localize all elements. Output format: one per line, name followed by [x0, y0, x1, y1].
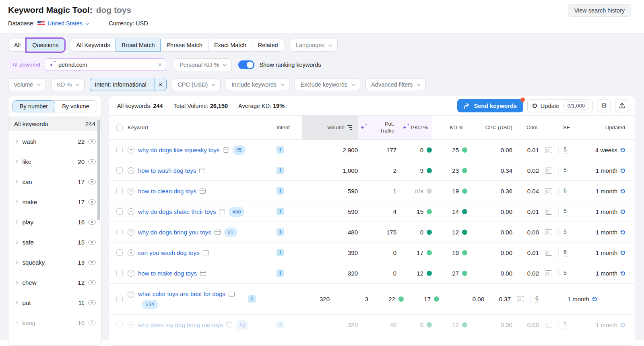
- serp-preview-icon[interactable]: [545, 188, 552, 194]
- pkd-column-header[interactable]: PKD %: [396, 116, 432, 139]
- serp-features-count[interactable]: 5: [564, 146, 567, 154]
- keyword-link[interactable]: can you wash dog toys: [138, 249, 200, 256]
- add-keyword-icon[interactable]: [128, 208, 134, 215]
- serp-window-icon[interactable]: [200, 189, 206, 194]
- keyword-link[interactable]: why do dogs shake their toys: [138, 208, 216, 215]
- volume-column-header[interactable]: Volume: [302, 116, 358, 139]
- refresh-icon[interactable]: [620, 321, 626, 328]
- ranking-badge[interactable]: #50: [229, 207, 244, 217]
- all-keywords-group[interactable]: All keywords 244: [8, 116, 101, 131]
- intent-badge[interactable]: I: [277, 187, 284, 195]
- refresh-icon[interactable]: [592, 296, 598, 302]
- refresh-icon[interactable]: [620, 188, 626, 194]
- eye-icon[interactable]: [88, 220, 96, 225]
- advanced-filters[interactable]: Advanced filters: [365, 78, 425, 91]
- clear-input-icon[interactable]: ×: [158, 62, 162, 68]
- tab-related[interactable]: Related: [252, 39, 284, 52]
- intent-badge[interactable]: I: [248, 295, 256, 302]
- group-item[interactable]: wash22: [8, 131, 101, 151]
- eye-icon[interactable]: [88, 139, 96, 144]
- keyword-link[interactable]: what color toys are best for dogs: [138, 290, 225, 297]
- eye-icon[interactable]: [88, 280, 96, 285]
- keyword-link[interactable]: how to clean dog toys: [138, 188, 196, 195]
- by-number-button[interactable]: By number: [13, 101, 55, 112]
- serp-window-icon[interactable]: [215, 230, 221, 235]
- update-button[interactable]: Update 0/1,000: [527, 99, 593, 112]
- keyword-link[interactable]: why do dogs bring you toys: [138, 229, 211, 236]
- show-ranking-keywords-toggle[interactable]: [238, 60, 254, 69]
- tab-phrase-match[interactable]: Phrase Match: [161, 39, 208, 52]
- tab-all-keywords[interactable]: All Keywords: [70, 39, 116, 52]
- serp-preview-icon[interactable]: [517, 296, 524, 302]
- languages-dropdown[interactable]: Languages: [290, 39, 338, 52]
- serp-window-icon[interactable]: [200, 271, 206, 276]
- cpc-column-header[interactable]: CPC (USD): [467, 116, 512, 139]
- database-select[interactable]: United States: [47, 20, 83, 27]
- tab-exact-match[interactable]: Exact Match: [208, 39, 252, 52]
- personal-kd-dropdown[interactable]: Personal KD %: [174, 58, 232, 71]
- row-checkbox[interactable]: [116, 296, 123, 302]
- serp-preview-icon[interactable]: [545, 168, 552, 174]
- row-checkbox[interactable]: [116, 208, 123, 215]
- group-item[interactable]: put11: [8, 292, 101, 313]
- serp-features-count[interactable]: 5: [564, 321, 567, 329]
- eye-icon[interactable]: [88, 320, 96, 325]
- ranking-badge[interactable]: #2: [236, 320, 249, 330]
- ranking-badge[interactable]: #1: [224, 228, 237, 237]
- send-keywords-button[interactable]: Send keywords: [457, 99, 523, 112]
- serp-window-icon[interactable]: [219, 209, 225, 214]
- intent-badge[interactable]: I: [277, 321, 284, 328]
- row-checkbox[interactable]: [116, 249, 123, 256]
- serp-window-icon[interactable]: [226, 322, 232, 327]
- add-keyword-icon[interactable]: [128, 229, 134, 236]
- com-column-header[interactable]: Com.: [512, 116, 539, 139]
- cpc-filter[interactable]: CPC (USD): [172, 78, 221, 91]
- select-all-checkbox[interactable]: [116, 124, 123, 131]
- group-item[interactable]: make17: [8, 192, 101, 212]
- serp-window-icon[interactable]: [223, 147, 229, 153]
- group-item[interactable]: can17: [8, 172, 101, 192]
- eye-icon[interactable]: [88, 260, 96, 265]
- tab-broad-match[interactable]: Broad Match: [116, 39, 161, 52]
- group-item[interactable]: play16: [8, 212, 101, 232]
- export-button[interactable]: [615, 99, 629, 112]
- serp-window-icon[interactable]: [229, 292, 235, 297]
- row-checkbox[interactable]: [116, 167, 123, 174]
- kd-filter[interactable]: KD %: [51, 78, 85, 91]
- eye-icon[interactable]: [88, 199, 96, 205]
- chevron-down-icon[interactable]: [86, 21, 90, 25]
- serp-window-icon[interactable]: [199, 168, 205, 173]
- row-checkbox[interactable]: [116, 321, 123, 328]
- domain-input-box[interactable]: ×: [45, 58, 166, 71]
- tab-questions[interactable]: Questions: [27, 39, 64, 52]
- add-keyword-icon[interactable]: [128, 188, 134, 195]
- intent-badge[interactable]: I: [277, 249, 284, 256]
- group-item[interactable]: kong10: [8, 313, 101, 333]
- add-keyword-icon[interactable]: [128, 321, 134, 328]
- remove-intent-filter-icon[interactable]: ×: [155, 78, 167, 91]
- serp-preview-icon[interactable]: [545, 250, 552, 256]
- exclude-keywords-filter[interactable]: Exclude keywords: [295, 78, 360, 91]
- keyword-link[interactable]: how to make dog toys: [138, 270, 197, 277]
- serp-preview-icon[interactable]: [545, 322, 552, 328]
- keyword-column-header[interactable]: Keyword: [128, 116, 277, 139]
- view-search-history-button[interactable]: View search history: [568, 4, 631, 17]
- intent-badge[interactable]: I: [277, 146, 284, 153]
- refresh-icon[interactable]: [620, 229, 626, 235]
- refresh-icon[interactable]: [620, 270, 626, 276]
- serp-window-icon[interactable]: [203, 250, 209, 255]
- serp-preview-icon[interactable]: [545, 147, 552, 153]
- add-keyword-icon[interactable]: [128, 147, 134, 153]
- keyword-link[interactable]: why does my dog bring me toys: [138, 321, 223, 328]
- eye-icon[interactable]: [88, 159, 96, 164]
- add-keyword-icon[interactable]: [128, 291, 134, 298]
- serp-features-count[interactable]: 6: [564, 249, 567, 257]
- intent-badge[interactable]: I: [277, 228, 284, 236]
- intent-filter-active[interactable]: Intent: Informational ×: [90, 78, 167, 91]
- group-item[interactable]: squeaky13: [8, 252, 101, 272]
- add-keyword-icon[interactable]: [128, 270, 134, 277]
- row-checkbox[interactable]: [116, 270, 123, 276]
- domain-input[interactable]: [58, 62, 155, 68]
- eye-icon[interactable]: [88, 179, 96, 184]
- ranking-badge[interactable]: #5: [233, 145, 246, 155]
